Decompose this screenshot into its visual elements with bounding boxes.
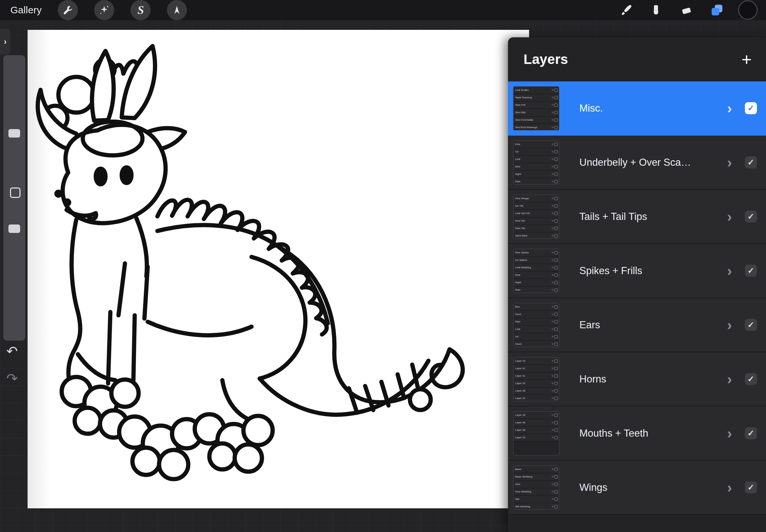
layer-visibility-checkbox[interactable]: ✓ [745, 319, 757, 331]
brush-icon [619, 4, 632, 17]
layer-group-name: Tails + Tail Tips [579, 211, 727, 223]
undo-button[interactable]: ↶ [4, 343, 20, 359]
expand-chevron-icon: › [4, 37, 7, 47]
layer-group-name: Horns [579, 373, 727, 385]
layers-panel-title: Layers [524, 52, 741, 67]
layer-group-row-ears[interactable]: BeeNSandNRainNLeafNIceNHive2N Ears › ✓ [508, 298, 766, 352]
cloud-feet [62, 377, 273, 479]
chevron-right-icon[interactable]: › [727, 426, 732, 441]
layer-visibility-checkbox[interactable]: ✓ [745, 102, 757, 114]
sidebar-expand-tab[interactable]: › [0, 29, 10, 54]
transform-button[interactable] [167, 0, 187, 20]
selection-button[interactable]: S [130, 0, 151, 20]
layer-group-row-wings[interactable]: BasicNBasic WebbingNHiveNHive WebbingNSi… [508, 461, 766, 515]
procreate-screen: Layers + Leaf ScalesNNight TeardropNRain… [0, 0, 766, 532]
neck-front [68, 220, 80, 396]
eraser-tool-button[interactable] [676, 0, 697, 20]
brush-size-slider[interactable] [8, 129, 20, 138]
chevron-right-icon[interactable]: › [727, 210, 732, 224]
top-horn [92, 51, 114, 121]
chevron-right-icon[interactable]: › [727, 264, 732, 278]
magic-wand-icon [99, 5, 110, 16]
front-leg [108, 312, 110, 383]
layer-group-row-misc[interactable]: Leaf ScalesNNight TeardropNRain FrillNSe… [508, 81, 766, 136]
layers-icon [710, 3, 724, 17]
layer-group-row-tails[interactable]: Hive StingerNIce TailNLeaf Tail FrillNMu… [508, 190, 766, 244]
haunch [251, 257, 305, 379]
eraser-icon [680, 4, 693, 17]
layer-group-thumbnail[interactable]: HiveNIceNLeafNMudNNightNRainN [513, 140, 559, 185]
head [63, 125, 165, 223]
modify-button[interactable] [10, 187, 20, 198]
top-toolbar: Gallery S [0, 0, 766, 20]
add-layer-button[interactable]: + [741, 51, 752, 68]
belly-line [148, 322, 251, 335]
chevron-right-icon[interactable]: › [727, 101, 732, 115]
selection-s-icon: S [137, 4, 144, 16]
eye-left [96, 169, 105, 184]
layer-group-thumbnail[interactable]: BeeNSandNRainNLeafNIceNHive2N [513, 303, 559, 347]
smudge-finger-icon [650, 4, 663, 17]
layer-group-name: Mouths + Teeth [579, 428, 727, 439]
chevron-right-icon[interactable]: › [727, 155, 732, 170]
rear-leg [222, 380, 251, 421]
layer-group-name: Misc. [579, 103, 727, 114]
tail-spur [410, 389, 431, 410]
layer-group-name: Underbelly + Over Sca… [579, 157, 727, 168]
canvas[interactable] [28, 30, 529, 508]
layer-group-thumbnail[interactable]: Hive StingerNIce TailNLeaf Tail FrillNMu… [513, 195, 559, 239]
layer-group-thumbnail[interactable]: Layer 43NLayer 41NLayer 41NLayer 39NLaye… [513, 357, 559, 401]
layers-panel-header: Layers + [508, 37, 766, 81]
dragon-drawing [28, 30, 529, 508]
layers-panel: Layers + Leaf ScalesNNight TeardropNRain… [508, 37, 766, 532]
layer-visibility-checkbox[interactable]: ✓ [745, 211, 757, 223]
layer-group-name: Spikes + Frills [579, 265, 727, 277]
chevron-right-icon[interactable]: › [727, 318, 732, 332]
color-swatch-button[interactable] [738, 0, 758, 20]
layer-group-row-horns[interactable]: Layer 43NLayer 41NLayer 41NLayer 39NLaye… [508, 352, 766, 406]
gallery-button[interactable]: Gallery [10, 5, 42, 16]
layer-visibility-checkbox[interactable]: ✓ [745, 427, 757, 439]
smudge-tool-button[interactable] [646, 0, 666, 20]
layer-group-row-mouths[interactable]: Layer 39NLayer 38NLayer 38NLayer 16N Mou… [508, 406, 766, 461]
neck-back [136, 218, 147, 276]
chevron-right-icon[interactable]: › [727, 480, 732, 495]
chevron-right-icon[interactable]: › [727, 372, 732, 386]
transform-arrow-icon [171, 5, 182, 16]
actions-button[interactable] [58, 0, 78, 20]
layer-group-thumbnail[interactable]: BasicNBasic WebbingNHiveNHive WebbingNSi… [513, 465, 559, 510]
layer-group-row-underbelly[interactable]: HiveNIceNLeafNMudNNightNRainN Underbelly… [508, 136, 766, 190]
layer-group-thumbnail[interactable]: Layer 39NLayer 38NLayer 38NLayer 16N [513, 411, 559, 455]
wrench-icon [62, 5, 73, 16]
layer-group-name: Ears [579, 319, 727, 331]
layer-group-list: Leaf ScalesNNight TeardropNRain FrillNSe… [508, 81, 766, 515]
opacity-slider[interactable] [8, 224, 20, 233]
sidebar [3, 55, 25, 341]
layer-visibility-checkbox[interactable]: ✓ [745, 156, 757, 168]
layer-visibility-checkbox[interactable]: ✓ [745, 373, 757, 385]
layer-group-thumbnail[interactable]: Hive SpikesNIce SpikesNLeaf WebbingNMudN… [513, 249, 559, 293]
brush-tool-button[interactable] [615, 0, 636, 20]
layer-group-thumbnail[interactable]: Leaf ScalesNNight TeardropNRain FrillNSe… [513, 86, 559, 130]
layer-visibility-checkbox[interactable]: ✓ [745, 265, 757, 277]
layers-button[interactable] [707, 0, 727, 20]
layer-group-row-spikes[interactable]: Hive SpikesNIce SpikesNLeaf WebbingNMudN… [508, 244, 766, 298]
redo-button[interactable]: ↷ [4, 370, 20, 386]
adjustments-button[interactable] [94, 0, 114, 20]
layer-visibility-checkbox[interactable]: ✓ [745, 481, 757, 493]
top-horn-2 [122, 46, 155, 118]
eye-right [122, 167, 131, 183]
layer-group-name: Wings [579, 482, 727, 493]
